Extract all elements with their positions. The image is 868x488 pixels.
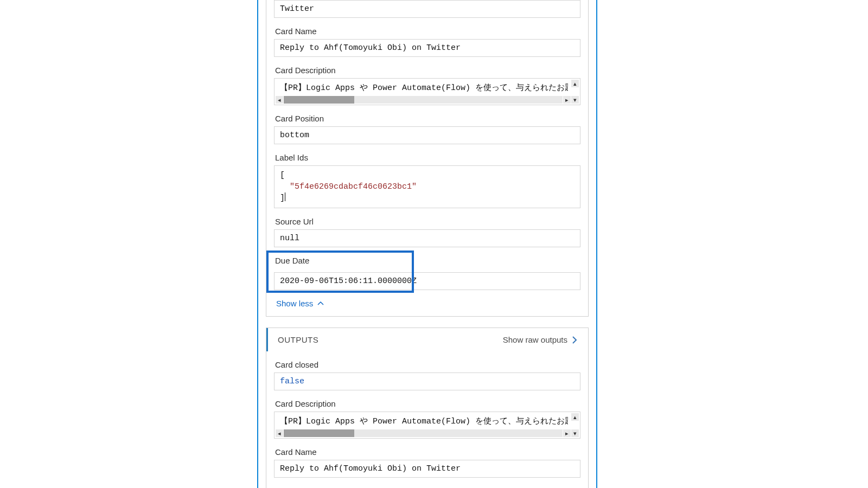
card-closed-box[interactable]: false — [274, 373, 580, 390]
due-date-label: Due Date — [274, 256, 580, 268]
due-date-group: Due Date 2020-09-06T15:06:11.0000000Z — [274, 256, 580, 290]
out-card-name-label: Card Name — [266, 447, 588, 460]
label-ids-json: [ "5f4e6269cdabcf46c0623bc1" ] — [280, 170, 575, 204]
card-closed-value: false — [280, 377, 304, 386]
card-closed-label: Card closed — [266, 360, 588, 373]
scroll-up-icon[interactable]: ▴ — [571, 413, 579, 421]
show-less-label: Show less — [276, 299, 313, 308]
scroll-hthumb[interactable] — [284, 429, 354, 437]
card-description-box[interactable]: 【PR】Logic Apps や Power Automate(Flow) を使… — [274, 78, 580, 105]
out-card-description-label: Card Description — [266, 399, 588, 412]
json-bracket-close: ] — [280, 194, 285, 203]
outputs-title: OUTPUTS — [278, 335, 318, 344]
text-caret — [285, 192, 285, 201]
scroll-hthumb[interactable] — [284, 96, 354, 104]
scroll-up-icon[interactable]: ▴ — [571, 80, 579, 87]
show-raw-outputs-link[interactable]: Show raw outputs — [503, 335, 578, 344]
scroll-left-icon[interactable]: ◂ — [276, 429, 283, 437]
source-url-label: Source Url — [266, 217, 588, 229]
scroll-right-icon[interactable]: ▸ — [563, 96, 571, 104]
card-description-label: Card Description — [266, 66, 588, 78]
show-less-link[interactable]: Show less — [266, 299, 588, 308]
show-raw-outputs-label: Show raw outputs — [503, 335, 567, 344]
json-bracket-open: [ — [280, 171, 285, 180]
outputs-bar: OUTPUTS Show raw outputs — [266, 328, 588, 351]
card-position-box[interactable]: bottom — [274, 126, 580, 144]
json-string-value: "5f4e6269cdabcf46c0623bc1" — [280, 182, 417, 191]
details-panel: Twitter Card Name Reply to Ahf(Tomoyuki … — [257, 0, 597, 488]
chevron-up-icon — [317, 300, 324, 307]
out-card-description-box[interactable]: 【PR】Logic Apps や Power Automate(Flow) を使… — [274, 412, 580, 439]
scroll-right-icon[interactable]: ▸ — [563, 429, 571, 437]
out-card-name-box[interactable]: Reply to Ahf(Tomoyuki Obi) on Twitter — [274, 460, 580, 478]
card-name-box[interactable]: Reply to Ahf(Tomoyuki Obi) on Twitter — [274, 39, 580, 57]
scroll-left-icon[interactable]: ◂ — [276, 96, 283, 104]
inputs-card: Twitter Card Name Reply to Ahf(Tomoyuki … — [266, 0, 589, 317]
chevron-right-icon — [571, 336, 578, 344]
outputs-card: OUTPUTS Show raw outputs Card closed fal… — [266, 328, 589, 488]
due-date-box[interactable]: 2020-09-06T15:06:11.0000000Z — [274, 272, 580, 290]
card-name-label: Card Name — [266, 27, 588, 39]
scroll-down-icon[interactable]: ▾ — [571, 429, 579, 437]
scroll-down-icon[interactable]: ▾ — [571, 96, 579, 104]
source-url-box[interactable]: null — [274, 229, 580, 247]
label-ids-box[interactable]: [ "5f4e6269cdabcf46c0623bc1" ] — [274, 165, 580, 208]
card-position-label: Card Position — [266, 114, 588, 126]
label-ids-label: Label Ids — [266, 153, 588, 165]
input-twitter-box[interactable]: Twitter — [274, 0, 580, 18]
